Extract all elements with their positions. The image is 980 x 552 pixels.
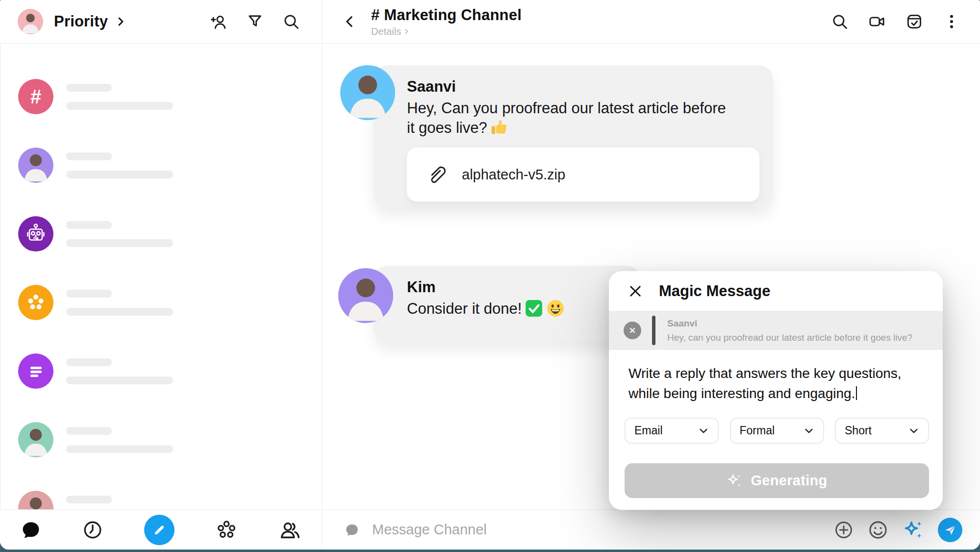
dots-cluster-icon: [24, 291, 48, 314]
placeholder-bar: [66, 290, 112, 298]
send-button[interactable]: [938, 518, 962, 542]
app-window: Priority # Marketing Channel Details: [0, 0, 980, 550]
chevron-down-icon: [804, 426, 814, 436]
text-cursor: [856, 386, 857, 400]
list-item[interactable]: [0, 200, 322, 268]
magic-message-panel: Magic Message Saanvi Hey, can you proofr…: [609, 271, 943, 510]
message-bubble[interactable]: Kim Consider it done!: [374, 266, 641, 342]
avatar[interactable]: [340, 65, 395, 120]
workspace-title: Priority: [54, 13, 108, 30]
magic-panel-title: Magic Message: [659, 282, 770, 300]
search-icon: [282, 13, 300, 30]
message-bubble-icon: [345, 523, 359, 537]
placeholder-bar: [66, 445, 173, 453]
close-button[interactable]: [628, 283, 643, 299]
quote-text: Hey, can you proofread our latest articl…: [667, 332, 912, 343]
list-item[interactable]: [0, 474, 322, 509]
list-item[interactable]: [0, 337, 322, 405]
message-author: Kim: [407, 278, 627, 296]
video-call-button[interactable]: [868, 13, 886, 30]
avatar[interactable]: [338, 268, 393, 323]
bottom-bar: Message Channel: [0, 509, 980, 550]
search-icon: [831, 13, 849, 30]
placeholder-bar: [66, 427, 112, 435]
circle-close-icon: [628, 326, 636, 334]
placeholder-bar: [66, 152, 112, 160]
chevron-right-icon[interactable]: [115, 16, 126, 27]
close-icon: [628, 283, 643, 299]
placeholder-bar: [66, 358, 112, 366]
quote-bar: [652, 316, 655, 345]
text-lines-icon: [24, 359, 48, 383]
paperclip-icon: [424, 163, 446, 186]
search-button[interactable]: [282, 13, 300, 30]
tab-chats[interactable]: [21, 520, 41, 540]
task-check-icon: [905, 13, 923, 30]
dots-cluster-avatar: [18, 285, 53, 320]
magic-sparkles-button[interactable]: [902, 519, 925, 541]
tab-apps[interactable]: [215, 519, 238, 541]
screen: Priority # Marketing Channel Details: [0, 0, 980, 552]
add-contact-button[interactable]: [210, 13, 227, 30]
back-icon[interactable]: [343, 14, 357, 29]
channel-search-button[interactable]: [831, 13, 849, 30]
message-bubble[interactable]: Saanvi Hey, Can you proofread our latest…: [374, 65, 773, 207]
prompt-input[interactable]: Write a reply that answers the key quest…: [609, 350, 923, 403]
attachment-filename: alphatech-v5.zip: [462, 167, 565, 183]
option-row: Email Formal Short: [609, 418, 943, 444]
workspace-avatar[interactable]: [18, 9, 43, 34]
tab-recents[interactable]: [82, 519, 103, 541]
list-item[interactable]: #: [0, 62, 322, 131]
placeholder-bar: [66, 239, 173, 247]
tab-contacts[interactable]: [278, 519, 301, 541]
robot-icon: [24, 222, 48, 246]
text-lines-avatar: [18, 353, 53, 389]
grinning-face-emoji: [546, 299, 565, 318]
robot-avatar: [18, 216, 53, 251]
message-text: Consider it done!: [407, 299, 627, 319]
chevron-down-icon: [698, 426, 709, 436]
channel-details-link[interactable]: Details: [371, 26, 522, 37]
conversation-list: #: [0, 44, 322, 509]
kebab-menu-icon: [943, 13, 960, 30]
format-dropdown[interactable]: Email: [625, 418, 719, 444]
top-bar: Priority # Marketing Channel Details: [0, 0, 980, 44]
placeholder-bar: [66, 376, 173, 384]
filter-button[interactable]: [246, 13, 264, 30]
tone-dropdown[interactable]: Formal: [730, 418, 824, 444]
quoted-message: Saanvi Hey, can you proofread our latest…: [609, 311, 943, 350]
emoji-button[interactable]: [867, 519, 889, 541]
paper-plane-icon: [943, 523, 957, 537]
more-options-button[interactable]: [943, 13, 960, 30]
clock-icon: [82, 519, 103, 541]
sparkle-icon: [726, 473, 743, 489]
tasks-button[interactable]: [905, 13, 923, 30]
filter-icon: [246, 13, 264, 30]
generate-button[interactable]: Generating: [625, 463, 929, 498]
check-mark-emoji: [525, 299, 543, 318]
chevron-down-icon: [908, 426, 919, 436]
placeholder-bar: [66, 496, 112, 503]
message-input[interactable]: Message Channel: [372, 522, 487, 538]
attachment-card[interactable]: alphatech-v5.zip: [407, 148, 759, 201]
message-text: Hey, Can you proofread our latest articl…: [407, 99, 730, 138]
smiley-icon: [867, 519, 889, 541]
sidebar-header: Priority: [0, 0, 322, 43]
chat-bubble-icon: [21, 520, 41, 540]
channel-header: # Marketing Channel Details: [322, 0, 980, 43]
list-item[interactable]: [0, 405, 322, 474]
compose-button[interactable]: [144, 515, 175, 545]
plus-circle-icon: [833, 520, 854, 540]
quote-author: Saanvi: [667, 318, 912, 329]
add-attachment-button[interactable]: [833, 520, 854, 540]
remove-quote-button[interactable]: [624, 322, 641, 339]
add-contact-icon: [210, 13, 227, 30]
length-dropdown[interactable]: Short: [835, 418, 929, 444]
message-author: Saanvi: [407, 78, 759, 96]
list-item[interactable]: [0, 131, 322, 200]
video-camera-icon: [868, 13, 886, 30]
list-item[interactable]: [0, 268, 322, 337]
person-avatar: [18, 148, 53, 183]
composer: Message Channel: [322, 510, 980, 550]
sparkles-icon: [902, 519, 925, 541]
